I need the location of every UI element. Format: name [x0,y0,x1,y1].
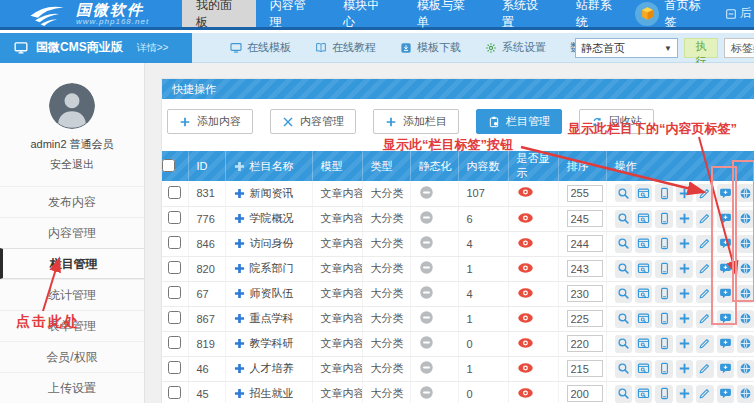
column-name-cell[interactable]: 重点学科 [225,306,312,331]
column-name-cell[interactable]: 学院概况 [225,206,312,231]
edit-button[interactable] [696,285,713,303]
content-tag-button[interactable] [737,385,754,403]
view-button[interactable] [615,360,632,378]
sort-input[interactable] [567,335,603,352]
home-tag-button[interactable]: 首页标签 [635,0,715,27]
mobile-button[interactable] [655,285,672,303]
column-name-cell[interactable]: 师资队伍 [225,281,312,306]
column-name-cell[interactable]: 人才培养 [225,356,312,381]
content-tag-button[interactable] [737,335,754,353]
preview-button[interactable] [635,260,652,278]
mobile-button[interactable] [655,210,672,228]
sort-input[interactable] [567,185,603,202]
row-checkbox[interactable] [168,336,181,349]
add-content-button[interactable]: 添加内容 [167,109,253,134]
link-template-download[interactable]: 模板下载 [400,40,461,55]
edit-button[interactable] [696,310,713,328]
column-tag-button[interactable] [717,310,734,328]
static-page-select[interactable]: 静态首页 ▼ [575,38,678,58]
row-checkbox[interactable] [168,386,181,399]
view-button[interactable] [615,184,632,202]
column-tag-button[interactable] [717,385,734,403]
add-column-button[interactable]: 添加栏目 [373,109,459,134]
content-tag-button[interactable] [737,235,754,253]
link-system-settings[interactable]: 系统设置 [485,40,546,55]
row-checkbox[interactable] [168,186,181,199]
mobile-button[interactable] [655,260,672,278]
mobile-button[interactable] [655,385,672,403]
mobile-button[interactable] [655,360,672,378]
column-tag-button[interactable] [717,210,734,228]
select-all-checkbox[interactable] [162,159,175,172]
add-child-button[interactable] [676,235,693,253]
edit-button[interactable] [696,184,713,202]
content-tag-button[interactable] [737,260,754,278]
content-tag-button[interactable] [737,360,754,378]
add-child-button[interactable] [676,360,693,378]
sort-input[interactable] [567,285,603,302]
column-tag-button[interactable] [717,285,734,303]
add-child-button[interactable] [676,310,693,328]
visible-eye-icon[interactable] [517,212,534,224]
edit-button[interactable] [696,235,713,253]
column-name-cell[interactable]: 访问身份 [225,231,312,256]
add-child-button[interactable] [676,260,693,278]
column-tag-button[interactable] [717,235,734,253]
edit-button[interactable] [696,385,713,403]
visible-eye-icon[interactable] [517,337,534,349]
preview-button[interactable] [635,335,652,353]
row-checkbox[interactable] [168,286,181,299]
run-button[interactable]: 执行 [684,38,718,58]
add-child-button[interactable] [676,335,693,353]
preview-button[interactable] [635,210,652,228]
tab-template-menu[interactable]: 模板与菜单 [403,0,488,27]
column-tag-button[interactable] [717,335,734,353]
row-checkbox[interactable] [168,236,181,249]
row-checkbox[interactable] [168,261,181,274]
visible-eye-icon[interactable] [517,262,534,274]
visible-eye-icon[interactable] [517,237,534,249]
add-child-button[interactable] [676,285,693,303]
edit-button[interactable] [696,210,713,228]
view-button[interactable] [615,260,632,278]
content-tag-button[interactable] [737,310,754,328]
edit-button[interactable] [696,260,713,278]
preview-button[interactable] [635,285,652,303]
view-button[interactable] [615,210,632,228]
preview-button[interactable] [635,235,652,253]
column-manage-button[interactable]: 栏目管理 [476,109,562,134]
sidebar-item-upload-settings[interactable]: 上传设置 [0,372,144,403]
visible-eye-icon[interactable] [517,186,534,198]
edit-button[interactable] [696,360,713,378]
sidebar-item-members-permissions[interactable]: 会员/权限 [0,341,144,372]
column-tag-button[interactable] [717,360,734,378]
mobile-button[interactable] [655,184,672,202]
preview-button[interactable] [635,184,652,202]
tab-module-center[interactable]: 模块中心 [329,0,403,27]
mobile-button[interactable] [655,310,672,328]
sort-input[interactable] [567,310,603,327]
link-online-tutorial[interactable]: 在线教程 [315,40,376,55]
content-tag-button[interactable] [737,210,754,228]
column-name-cell[interactable]: 招生就业 [225,381,312,403]
visible-eye-icon[interactable] [517,312,534,324]
detail-link[interactable]: 详情>> [137,41,169,55]
content-manage-button[interactable]: 内容管理 [270,109,356,134]
tab-my-panel[interactable]: 我的面板 [182,0,256,27]
view-button[interactable] [615,335,632,353]
edit-button[interactable] [696,335,713,353]
visible-eye-icon[interactable] [517,387,534,399]
content-tag-button[interactable] [737,184,754,202]
link-online-templates[interactable]: 在线模板 [230,40,291,55]
sidebar-item-publish-content[interactable]: 发布内容 [0,186,144,217]
tab-system-settings[interactable]: 系统设置 [488,0,562,27]
add-child-button[interactable] [676,210,693,228]
column-name-cell[interactable]: 新闻资讯 [225,181,312,206]
content-tag-button[interactable] [737,285,754,303]
column-tag-button[interactable] [717,260,734,278]
preview-button[interactable] [635,385,652,403]
tab-site-group[interactable]: 站群系统 [562,0,636,27]
back-link[interactable]: 后 [715,0,754,27]
view-button[interactable] [615,385,632,403]
mobile-button[interactable] [655,335,672,353]
